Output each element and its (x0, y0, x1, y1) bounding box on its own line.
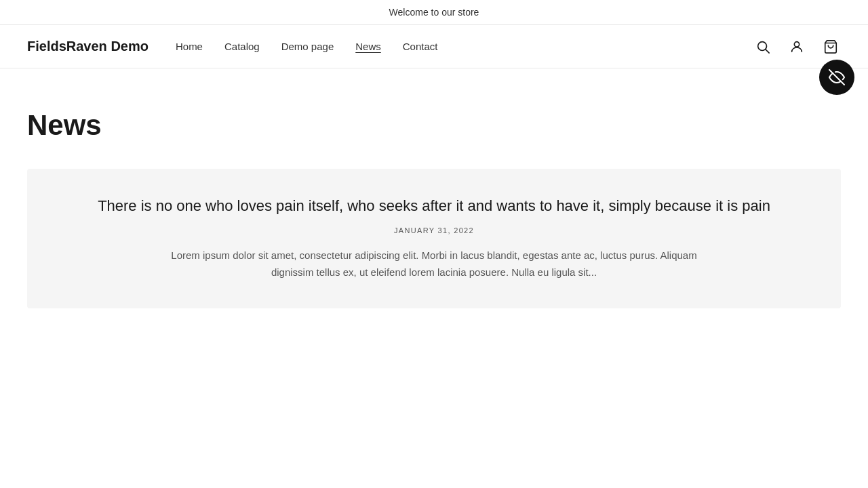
nav-home[interactable]: Home (176, 41, 203, 52)
announcement-text: Welcome to our store (389, 7, 479, 18)
nav-catalog[interactable]: Catalog (224, 41, 260, 52)
account-button[interactable] (787, 37, 807, 57)
search-button[interactable] (753, 37, 773, 57)
account-icon (789, 39, 804, 54)
svg-line-1 (766, 49, 769, 53)
cart-button[interactable] (821, 37, 841, 57)
nav-news[interactable]: News (355, 41, 381, 52)
search-icon (755, 39, 770, 54)
main-content: News There is no one who loves pain itse… (0, 68, 868, 336)
article-card[interactable]: There is no one who loves pain itself, w… (27, 169, 841, 308)
eye-off-icon (829, 69, 845, 85)
nav-contact[interactable]: Contact (403, 41, 438, 52)
nav-demo-page[interactable]: Demo page (281, 41, 334, 52)
article-excerpt: Lorem ipsum dolor sit amet, consectetur … (170, 247, 698, 281)
article-title: There is no one who loves pain itself, w… (60, 196, 808, 217)
page-title: News (27, 109, 841, 142)
article-date: JANUARY 31, 2022 (60, 226, 808, 235)
svg-point-2 (794, 41, 799, 46)
site-header: FieldsRaven Demo Home Catalog Demo page … (0, 25, 868, 68)
main-nav: Home Catalog Demo page News Contact (176, 41, 753, 52)
site-logo[interactable]: FieldsRaven Demo (27, 39, 149, 54)
floating-visibility-button[interactable] (819, 60, 854, 95)
announcement-bar: Welcome to our store (0, 0, 868, 25)
header-icons (753, 37, 841, 57)
cart-icon (823, 39, 838, 54)
